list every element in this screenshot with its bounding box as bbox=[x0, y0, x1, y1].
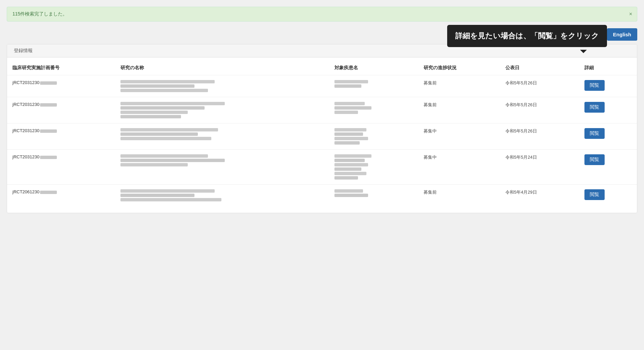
cell-view: 閲覧 bbox=[579, 75, 637, 97]
cell-view: 閲覧 bbox=[579, 123, 637, 150]
tooltip-text: 詳細を見たい場合は、「閲覧」をクリック bbox=[455, 32, 599, 40]
col-header-id: 臨床研究実施計画番号 bbox=[7, 61, 115, 75]
cell-name bbox=[115, 75, 329, 97]
cell-id: jRCT2031230 bbox=[7, 75, 115, 97]
cell-id: jRCT2061230 bbox=[7, 185, 115, 206]
alert-message: 115件検索完了しました。 bbox=[12, 11, 67, 16]
col-header-date: 公表日 bbox=[500, 61, 579, 75]
alert-close-button[interactable]: × bbox=[629, 11, 632, 17]
view-button[interactable]: 閲覧 bbox=[584, 128, 605, 139]
card-header-label: 登録情報 bbox=[14, 48, 33, 53]
cell-name bbox=[115, 123, 329, 150]
table-row: jRCT2031230募集前令和5年5月26日閲覧 bbox=[7, 97, 637, 123]
cell-status: 募集前 bbox=[418, 75, 500, 97]
table-row: jRCT2031230募集中令和5年5月26日閲覧 bbox=[7, 123, 637, 150]
cell-date: 令和5年5月26日 bbox=[500, 75, 579, 97]
cell-disease bbox=[329, 185, 418, 206]
results-table: 臨床研究実施計画番号 研究の名称 対象疾患名 研究の進捗状況 公表日 詳細 jR… bbox=[7, 61, 637, 206]
tooltip-bubble: 詳細を見たい場合は、「閲覧」をクリック bbox=[447, 25, 607, 47]
table-row: jRCT2031230募集前令和5年5月26日閲覧 bbox=[7, 75, 637, 97]
cell-view: 閲覧 bbox=[579, 185, 637, 206]
cell-disease bbox=[329, 123, 418, 150]
cell-name bbox=[115, 150, 329, 185]
cell-disease bbox=[329, 75, 418, 97]
english-button[interactable]: English bbox=[607, 28, 637, 41]
cell-date: 令和5年5月26日 bbox=[500, 97, 579, 123]
cell-status: 募集中 bbox=[418, 150, 500, 185]
view-button[interactable]: 閲覧 bbox=[584, 80, 605, 91]
col-header-status: 研究の進捗状況 bbox=[418, 61, 500, 75]
cell-status: 募集前 bbox=[418, 97, 500, 123]
cell-view: 閲覧 bbox=[579, 150, 637, 185]
success-alert: 115件検索完了しました。 × bbox=[7, 7, 637, 22]
cell-view: 閲覧 bbox=[579, 97, 637, 123]
col-header-name: 研究の名称 bbox=[115, 61, 329, 75]
cell-disease bbox=[329, 97, 418, 123]
header-area: 詳細を見たい場合は、「閲覧」をクリック English bbox=[7, 28, 637, 41]
table-row: jRCT2061230募集前令和5年4月29日閲覧 bbox=[7, 185, 637, 206]
table-row: jRCT2031230募集中令和5年5月24日閲覧 bbox=[7, 150, 637, 185]
cell-id: jRCT2031230 bbox=[7, 123, 115, 150]
cell-id: jRCT2031230 bbox=[7, 150, 115, 185]
col-header-disease: 対象疾患名 bbox=[329, 61, 418, 75]
cell-date: 令和5年5月26日 bbox=[500, 123, 579, 150]
cell-status: 募集中 bbox=[418, 123, 500, 150]
cell-id: jRCT2031230 bbox=[7, 97, 115, 123]
cell-disease bbox=[329, 150, 418, 185]
cell-date: 令和5年4月29日 bbox=[500, 185, 579, 206]
view-button[interactable]: 閲覧 bbox=[584, 102, 605, 113]
cell-name bbox=[115, 97, 329, 123]
view-button[interactable]: 閲覧 bbox=[584, 154, 605, 165]
main-card: 登録情報 臨床研究実施計画番号 研究の名称 対象疾患名 研究の進捗状況 公表日 … bbox=[7, 44, 637, 213]
col-header-detail: 詳細 bbox=[579, 61, 637, 75]
cell-name bbox=[115, 185, 329, 206]
view-button[interactable]: 閲覧 bbox=[584, 189, 605, 200]
cell-status: 募集前 bbox=[418, 185, 500, 206]
table-header-row: 臨床研究実施計画番号 研究の名称 対象疾患名 研究の進捗状況 公表日 詳細 bbox=[7, 61, 637, 75]
cell-date: 令和5年5月24日 bbox=[500, 150, 579, 185]
